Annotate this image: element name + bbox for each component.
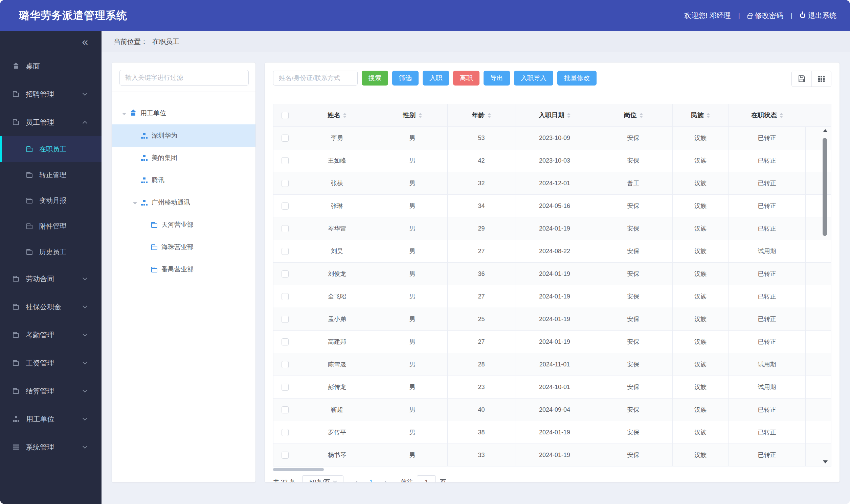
cell-ethnicity: 汉族	[673, 353, 729, 376]
table-row[interactable]: 陈雪晟 男 28 2024-11-01 安保 汉族 试用期	[273, 353, 831, 376]
tree-node[interactable]: 美的集团	[112, 147, 256, 169]
table-row[interactable]: 靳超 男 40 2024-09-04 安保 汉族 已转正	[273, 398, 831, 421]
row-checkbox[interactable]	[281, 202, 289, 210]
row-checkbox[interactable]	[281, 406, 289, 413]
row-checkbox[interactable]	[281, 429, 289, 436]
sidebar-item-label: 在职员工	[39, 145, 87, 154]
table-row[interactable]: 高建邦 男 27 2024-01-19 安保 汉族 已转正	[273, 330, 831, 353]
save-columns-button[interactable]	[792, 71, 811, 87]
row-checkbox[interactable]	[281, 361, 289, 368]
tree-node[interactable]: 用工单位	[112, 102, 256, 124]
toolbar-button[interactable]: 入职导入	[514, 71, 553, 86]
tree-filter-input[interactable]	[119, 70, 249, 86]
change-password-link[interactable]: 修改密码	[747, 11, 783, 20]
column-header[interactable]: 岗位	[594, 104, 673, 126]
tree-node[interactable]: 广州移动通讯	[112, 191, 256, 214]
cell-name: 孟小弟	[297, 308, 377, 330]
tree-node[interactable]: 天河营业部	[112, 214, 256, 236]
sidebar-item[interactable]: 用工单位	[0, 405, 102, 433]
row-checkbox[interactable]	[281, 157, 289, 164]
employee-search-input[interactable]	[273, 71, 358, 86]
cell-age: 36	[448, 263, 515, 285]
table-row[interactable]: 岑华雷 男 29 2024-01-19 安保 汉族 已转正	[273, 217, 831, 240]
sidebar-item[interactable]: 考勤管理	[0, 321, 102, 349]
tree-node[interactable]: 海珠营业部	[112, 236, 256, 258]
table-row[interactable]: 杨书琴 男 33 2024-01-19 安保 汉族 已转正	[273, 444, 831, 466]
column-header[interactable]: 年龄	[448, 104, 515, 126]
sidebar-collapse-button[interactable]: «	[82, 36, 88, 47]
table-row[interactable]: 张获 男 32 2024-12-01 普工 汉族 已转正	[273, 172, 831, 195]
column-header[interactable]: 民族	[673, 104, 729, 126]
row-checkbox[interactable]	[281, 180, 289, 187]
column-header-label: 入职日期	[539, 111, 565, 120]
row-checkbox[interactable]	[281, 384, 289, 391]
goto-page-input[interactable]	[417, 475, 436, 483]
row-checkbox[interactable]	[281, 452, 289, 459]
prev-page-button[interactable]: ‹	[355, 478, 358, 483]
sidebar-item[interactable]: 变动月报	[0, 187, 102, 213]
scroll-down-arrow-icon[interactable]	[823, 461, 828, 464]
horizontal-scrollbar[interactable]	[273, 468, 831, 471]
scroll-up-arrow-icon[interactable]	[823, 129, 828, 132]
toolbar-button[interactable]: 离职	[453, 71, 480, 86]
vertical-scrollbar-thumb[interactable]	[822, 138, 827, 236]
sidebar-item[interactable]: 劳动合同	[0, 265, 102, 293]
column-header[interactable]: 性别	[377, 104, 448, 126]
row-checkbox[interactable]	[281, 270, 289, 277]
column-header[interactable]: 入职日期	[515, 104, 594, 126]
sidebar-menu: 桌面 招聘管理 员工管理	[0, 52, 102, 461]
tree-node[interactable]: 深圳华为	[112, 124, 256, 147]
sidebar-item[interactable]: 招聘管理	[0, 80, 102, 108]
caret-icon[interactable]	[133, 199, 141, 206]
sidebar-item[interactable]: 在职员工	[0, 136, 102, 162]
sidebar-item[interactable]: 结算管理	[0, 377, 102, 405]
sidebar-item[interactable]: 转正管理	[0, 162, 102, 187]
sidebar-item[interactable]: 历史员工	[0, 239, 102, 265]
toolbar-button[interactable]: 入职	[423, 71, 449, 86]
logout-link[interactable]: 退出系统	[800, 11, 836, 20]
caret-icon[interactable]	[122, 109, 130, 117]
cell-age: 53	[448, 127, 515, 149]
row-checkbox[interactable]	[281, 293, 289, 300]
tree-node[interactable]: 腾讯	[112, 169, 256, 191]
toolbar-button[interactable]: 搜索	[362, 71, 388, 86]
table-row[interactable]: 罗传平 男 38 2024-01-19 安保 汉族 已转正	[273, 421, 831, 444]
cell-hire-date: 2023-10-03	[515, 149, 594, 172]
table-row[interactable]: 刘昊 男 27 2024-08-22 安保 汉族 试用期	[273, 240, 831, 263]
row-checkbox[interactable]	[281, 248, 289, 255]
row-checkbox[interactable]	[281, 134, 289, 142]
horizontal-scrollbar-thumb[interactable]	[273, 468, 324, 471]
row-checkbox[interactable]	[281, 338, 289, 345]
sidebar-item[interactable]: 员工管理	[0, 108, 102, 136]
column-settings-button[interactable]	[811, 71, 831, 87]
logout-label: 退出系统	[808, 11, 836, 20]
table-row[interactable]: 全飞昭 男 27 2024-01-19 安保 汉族 已转正	[273, 285, 831, 308]
table-row[interactable]: 刘俊龙 男 36 2024-01-19 安保 汉族 已转正	[273, 263, 831, 285]
sidebar-item[interactable]: 系统管理	[0, 433, 102, 461]
vertical-scrollbar[interactable]	[822, 126, 828, 466]
cell-position: 安保	[594, 308, 673, 330]
sidebar-item[interactable]: 工资管理	[0, 349, 102, 377]
sidebar-item[interactable]: 社保公积金	[0, 293, 102, 321]
row-checkbox[interactable]	[281, 225, 289, 232]
table-row[interactable]: 孟小弟 男 25 2024-01-19 安保 汉族 已转正	[273, 308, 831, 330]
table-row[interactable]: 李勇 男 53 2023-10-09 安保 汉族 已转正	[273, 127, 831, 149]
current-page[interactable]: 1	[369, 479, 373, 483]
sort-icon	[780, 113, 783, 118]
sidebar-item[interactable]: 桌面	[0, 52, 102, 80]
next-page-button[interactable]: ›	[384, 478, 387, 483]
table-row[interactable]: 彭传龙 男 23 2024-10-01 安保 汉族 试用期	[273, 376, 831, 398]
table-row[interactable]: 王如峰 男 42 2023-10-03 安保 汉族 已转正	[273, 149, 831, 172]
column-header[interactable]: 在职状态	[729, 104, 806, 126]
table-row[interactable]: 张琳 男 34 2024-05-16 安保 汉族 已转正	[273, 195, 831, 217]
column-header[interactable]: 姓名	[297, 104, 377, 126]
page-size-select[interactable]: 50条/页	[302, 475, 344, 483]
toolbar-button[interactable]: 导出	[484, 71, 510, 86]
select-all-checkbox[interactable]	[281, 112, 289, 119]
cell-age: 38	[448, 421, 515, 444]
row-checkbox[interactable]	[281, 316, 289, 323]
sidebar-item[interactable]: 附件管理	[0, 213, 102, 239]
toolbar-button[interactable]: 筛选	[392, 71, 419, 86]
tree-node[interactable]: 番禺营业部	[112, 258, 256, 281]
toolbar-button[interactable]: 批量修改	[557, 71, 596, 86]
